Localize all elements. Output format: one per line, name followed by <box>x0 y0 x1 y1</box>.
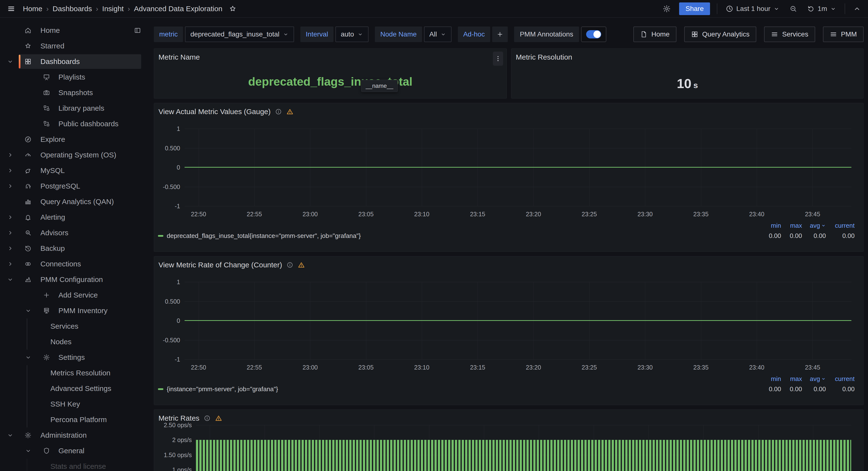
sidebar-item-mysql[interactable]: MySQL <box>0 163 154 178</box>
sidebar-item-services[interactable]: Services <box>0 318 154 334</box>
legend-series[interactable]: {instance="pmm-server", job="grafana"} <box>158 385 762 393</box>
breadcrumb-insight[interactable]: Insight <box>102 5 124 13</box>
sidebar-item-playlists[interactable]: Playlists <box>0 69 154 85</box>
star-icon <box>24 42 32 49</box>
sidebar-item-general[interactable]: General <box>0 443 154 459</box>
info-icon[interactable] <box>275 108 282 115</box>
legend-header-current[interactable]: current <box>826 222 855 229</box>
x-axis-label: 23:10 <box>414 211 430 218</box>
chevron-down-icon[interactable] <box>7 59 13 64</box>
chevron-down-icon[interactable] <box>25 448 31 454</box>
warning-icon[interactable] <box>298 261 305 269</box>
sidebar-item-nodes[interactable]: Nodes <box>0 334 154 349</box>
info-icon[interactable] <box>286 262 293 268</box>
sidebar-item-label: Snapshots <box>58 89 93 97</box>
sidebar-item-pmm-configuration[interactable]: PMM Configuration <box>0 272 154 287</box>
legend-header-avg[interactable]: avg <box>802 222 826 229</box>
x-axis-label: 22:50 <box>191 364 206 371</box>
chevron-right-icon[interactable] <box>7 152 13 158</box>
sidebar-item-add-service[interactable]: Add Service <box>0 287 154 303</box>
sidebar-item-operating-system-os[interactable]: Operating System (OS) <box>0 147 154 163</box>
chevron-down-icon <box>357 31 363 37</box>
legend-header-avg[interactable]: avg <box>802 375 826 383</box>
share-button[interactable]: Share <box>679 2 710 15</box>
sidebar-item-starred[interactable]: Starred <box>0 38 154 54</box>
collapse-topbar-chevron-up-icon[interactable] <box>852 5 862 13</box>
sidebar-item-backup[interactable]: Backup <box>0 241 154 256</box>
link-button-home[interactable]: Home <box>633 27 676 42</box>
sidebar-item-label: MySQL <box>40 166 65 175</box>
breadcrumb-dashboards[interactable]: Dashboards <box>53 5 92 13</box>
time-series-plot[interactable]: 10.5000-0.500-122:5022:5523:0023:0523:10… <box>185 282 851 359</box>
y-axis-label: 1 <box>153 278 180 285</box>
link-button-query-analytics[interactable]: Query Analytics <box>684 27 756 42</box>
y-axis-label: 0.500 <box>153 298 180 305</box>
time-series-plot[interactable]: 10.5000-0.500-122:5022:5523:0023:0523:10… <box>185 129 851 206</box>
chevron-down-icon[interactable] <box>25 355 31 360</box>
clock-icon <box>725 5 734 13</box>
sidebar-item-postgresql[interactable]: PostgreSQL <box>0 178 154 194</box>
sidebar-item-library-panels[interactable]: Library panels <box>0 100 154 116</box>
node-variable-select[interactable]: All <box>424 27 452 42</box>
legend-series[interactable]: deprecated_flags_inuse_total{instance="p… <box>158 232 762 240</box>
sidebar-item-settings[interactable]: Settings <box>0 349 154 365</box>
link-button-services[interactable]: Services <box>764 27 815 42</box>
sidebar-item-query-analytics-qan[interactable]: Query Analytics (QAN) <box>0 194 154 209</box>
legend-header-current[interactable]: current <box>826 375 855 383</box>
sidebar-item-stats-and-license[interactable]: Stats and license <box>0 459 154 471</box>
chevron-right-icon[interactable] <box>7 183 13 189</box>
indent-guide-line <box>27 318 27 334</box>
pmm-annotations-toggle[interactable] <box>581 27 606 42</box>
sidebar-item-ssh-key[interactable]: SSH Key <box>0 396 154 412</box>
refresh-picker[interactable]: 1m <box>805 5 838 13</box>
warning-icon[interactable] <box>286 108 293 115</box>
info-icon[interactable] <box>204 415 211 422</box>
chevron-down-icon[interactable] <box>25 308 31 313</box>
legend-header-min[interactable]: min <box>762 375 781 383</box>
sidebar-item-dashboards[interactable]: Dashboards <box>0 54 154 69</box>
panel-menu-kebab-icon[interactable] <box>493 52 503 66</box>
sidebar-item-snapshots[interactable]: Snapshots <box>0 85 154 100</box>
menu-toggle-icon[interactable] <box>6 3 17 14</box>
sidebar-item-alerting[interactable]: Alerting <box>0 209 154 225</box>
sidebar-item-label: Advisors <box>40 229 68 237</box>
add-adhoc-filter-button[interactable] <box>492 27 508 42</box>
bar-series <box>196 440 851 471</box>
warning-icon[interactable] <box>215 414 222 422</box>
sidebar-item-advisors[interactable]: Advisors <box>0 225 154 241</box>
sidebar-item-explore[interactable]: Explore <box>0 132 154 147</box>
interval-variable-select[interactable]: auto <box>335 27 369 42</box>
sidebar-item-advanced-settings[interactable]: Advanced Settings <box>0 381 154 396</box>
legend-value-min: 0.00 <box>762 385 781 393</box>
sidebar-item-home[interactable]: Home <box>0 23 154 38</box>
sidebar-item-administration[interactable]: Administration <box>0 428 154 443</box>
legend-header-max[interactable]: max <box>781 375 802 383</box>
bar-chart-plot[interactable]: 2.50 ops/s2 ops/s1.50 ops/s1 ops/s <box>196 425 851 471</box>
sidebar-item-public-dashboards[interactable]: Public dashboards <box>0 116 154 132</box>
sidebar-item-label: Starred <box>40 42 64 50</box>
zoom-out-time-icon[interactable] <box>788 5 799 13</box>
metric-variable-select[interactable]: deprecated_flags_inuse_total <box>185 27 294 42</box>
favorite-star-icon[interactable] <box>227 5 238 13</box>
legend-header-min[interactable]: min <box>762 222 781 229</box>
sidebar-item-pmm-inventory[interactable]: PMM Inventory <box>0 303 154 318</box>
sidebar-item-connections[interactable]: Connections <box>0 256 154 272</box>
chevron-right-icon[interactable] <box>7 261 13 267</box>
chevron-right-icon[interactable] <box>7 168 13 173</box>
sidebar-item-percona-platform[interactable]: Percona Platform <box>0 412 154 428</box>
breadcrumb-home[interactable]: Home <box>23 5 42 13</box>
chevron-down-icon[interactable] <box>7 277 13 282</box>
chevron-right-icon[interactable] <box>7 230 13 236</box>
legend-header-max[interactable]: max <box>781 222 802 229</box>
chart-legend: min max avg current {instance="pmm-serve… <box>158 374 855 394</box>
chevron-down-icon[interactable] <box>7 432 13 438</box>
dock-menu-icon[interactable] <box>134 27 141 34</box>
link-button-pmm[interactable]: PMM <box>823 27 864 42</box>
chevron-right-icon[interactable] <box>7 245 13 251</box>
chevron-right-icon[interactable] <box>7 214 13 220</box>
sidebar-item-metrics-resolution[interactable]: Metrics Resolution <box>0 365 154 381</box>
y-axis-label: -0.500 <box>153 336 180 344</box>
y-gridline <box>185 340 851 340</box>
time-range-picker[interactable]: Last 1 hour <box>724 5 781 13</box>
dashboard-settings-gear-icon[interactable] <box>661 4 672 13</box>
